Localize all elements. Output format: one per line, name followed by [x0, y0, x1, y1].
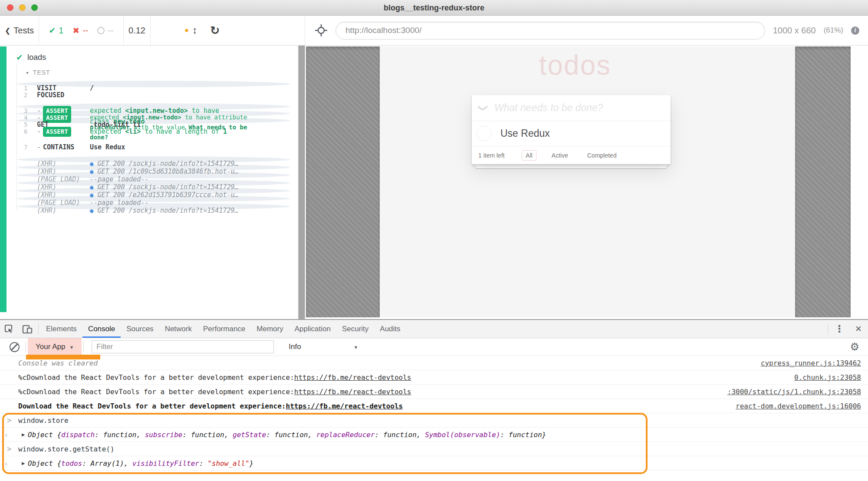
devtools-close-button[interactable]: [849, 320, 868, 338]
toggle-all-chevron-icon[interactable]: [477, 97, 489, 119]
failed-count: --: [82, 26, 88, 36]
expand-triangle-icon[interactable]: [22, 460, 25, 466]
passed-count: 1: [59, 26, 63, 36]
console-input-chevron-icon: [7, 445, 11, 453]
panel-splitter[interactable]: [298, 46, 305, 319]
tab-audits[interactable]: Audits: [374, 320, 406, 338]
filter-active[interactable]: Active: [548, 150, 572, 161]
context-label: Your App: [36, 343, 65, 351]
todo-item: Use Redux: [472, 121, 671, 146]
log-level-label: Info: [289, 343, 301, 351]
test-body: TEST 1 VISIT / 2 FOCUSED 3 -ASSERT: [16, 64, 298, 210]
divider: [828, 323, 828, 335]
tab-sources[interactable]: Sources: [121, 320, 159, 338]
gear-icon: [850, 344, 859, 352]
console-settings-button[interactable]: [850, 341, 859, 353]
viewport-info-icon[interactable]: [851, 26, 859, 35]
source-link[interactable]: :3000/static/js/1.chunk.js:23058: [727, 388, 868, 396]
collapse-triangle-icon: [26, 68, 29, 76]
aut-url-input[interactable]: [335, 22, 765, 40]
divider: [83, 341, 84, 353]
filter-completed[interactable]: Completed: [583, 150, 621, 161]
console-toolbar: Your App Info: [0, 338, 868, 356]
reload-tests-icon[interactable]: [210, 24, 220, 37]
divider: [26, 341, 26, 353]
tab-elements[interactable]: Elements: [40, 320, 82, 338]
console-input-text: window.store: [18, 416, 69, 425]
test-header[interactable]: loads: [7, 51, 298, 64]
devtools-menu-button[interactable]: [830, 320, 849, 338]
device-toolbar-icon[interactable]: [18, 320, 36, 338]
tab-performance[interactable]: Performance: [197, 320, 251, 338]
test-passed-bar: [0, 46, 7, 312]
assertion-message: expected <li> to have a length of 1: [90, 126, 227, 137]
console-row-input: window.store: [0, 413, 868, 428]
command-number: 2: [17, 90, 37, 101]
command-name: -CONTAINS: [37, 142, 90, 153]
command-row-focused[interactable]: 2 FOCUSED: [17, 88, 290, 103]
execution-context-selector[interactable]: Your App: [28, 338, 82, 356]
source-link[interactable]: 0.chunk.js:23058: [794, 373, 868, 382]
object-preview: Object {dispatch: function, subscribe: f…: [28, 431, 546, 439]
passed-stat: 1: [49, 26, 63, 36]
tab-application[interactable]: Application: [289, 320, 336, 338]
tab-console[interactable]: Console: [82, 320, 121, 338]
back-chevron-icon: [5, 26, 10, 35]
preview-left-gutter: [306, 46, 380, 317]
new-todo-input[interactable]: [494, 95, 671, 121]
todo-input-row: [472, 95, 671, 121]
card-stack-sheet: [476, 166, 667, 168]
command-row-assert[interactable]: 3 -ASSERT expected <input.new-todo> to h…: [17, 103, 290, 110]
resize-arrows-icon: [192, 25, 197, 36]
section-toggle[interactable]: TEST: [17, 64, 298, 81]
todo-label: Use Redux: [500, 128, 550, 139]
todos-title: todos: [380, 49, 770, 81]
log-level-selector[interactable]: Info: [289, 343, 358, 351]
event-message: GET 200 /sockjs-node/info?t=1541729…: [90, 205, 239, 216]
filter-all[interactable]: All: [522, 150, 536, 161]
event-name: (XHR): [37, 205, 90, 216]
todo-checkbox[interactable]: [477, 126, 492, 141]
back-label: Tests: [13, 26, 34, 36]
close-icon: [855, 324, 862, 334]
todo-filters: All Active Completed: [472, 150, 671, 161]
command-message: Use Redux: [90, 142, 125, 153]
test-passed-check-icon: [16, 53, 23, 63]
tab-security[interactable]: Security: [336, 320, 374, 338]
devtools-link[interactable]: https://fb.me/react-devtools: [286, 402, 403, 410]
todo-card: Use Redux 1 item left All Active Complet…: [472, 95, 671, 164]
devtools-link[interactable]: https://fb.me/react-devtools: [294, 388, 411, 396]
tab-memory[interactable]: Memory: [251, 320, 289, 338]
test-title: loads: [27, 53, 46, 62]
devtools-link[interactable]: https://fb.me/react-devtools: [294, 373, 411, 382]
viewport-scale-toggle[interactable]: [184, 25, 197, 36]
todo-footer: 1 item left All Active Completed: [472, 146, 671, 164]
devtools-tabbar: Elements Console Sources Network Perform…: [0, 320, 868, 338]
preview-right-gutter: [795, 46, 851, 317]
source-link[interactable]: cypress_runner.js:139462: [761, 359, 868, 367]
event-row-xhr[interactable]: (XHR) GET 200 /sockjs-node/info?t=154172…: [17, 156, 290, 163]
clear-console-icon[interactable]: [10, 342, 20, 352]
expand-triangle-icon[interactable]: [22, 432, 25, 438]
passed-check-icon: [49, 26, 56, 36]
xhr-dot-icon: [90, 205, 93, 216]
cypress-toolbar: Tests 1 -- -- 0.12: [0, 16, 868, 46]
failed-stat: --: [72, 26, 88, 36]
source-link[interactable]: react-dom.development.js:16006: [736, 402, 868, 410]
test-stats: 1 -- --: [39, 16, 124, 45]
back-to-tests-button[interactable]: Tests: [0, 16, 39, 45]
console-result-marker-icon: [4, 459, 9, 468]
inspect-element-icon[interactable]: [0, 320, 18, 338]
viewport-zoom: (61%): [824, 26, 843, 35]
console-message: %cDownload the React DevTools for a bett…: [18, 388, 294, 396]
screen: blogs__testing-redux-store Tests 1 -- --…: [0, 0, 868, 481]
pending-count: --: [108, 26, 113, 36]
console-input-text: window.store.getState(): [18, 445, 115, 453]
console-filter-input[interactable]: [92, 340, 274, 353]
selector-playground-icon[interactable]: [315, 24, 328, 37]
chevron-down-icon: [69, 343, 74, 351]
command-row-visit[interactable]: 1 VISIT /: [17, 81, 290, 87]
tab-network[interactable]: Network: [159, 320, 197, 338]
todos-app: todos Use Redux 1 item left All: [380, 46, 795, 317]
command-log: loads TEST 1 VISIT / 2 FOCUSED: [0, 46, 298, 319]
